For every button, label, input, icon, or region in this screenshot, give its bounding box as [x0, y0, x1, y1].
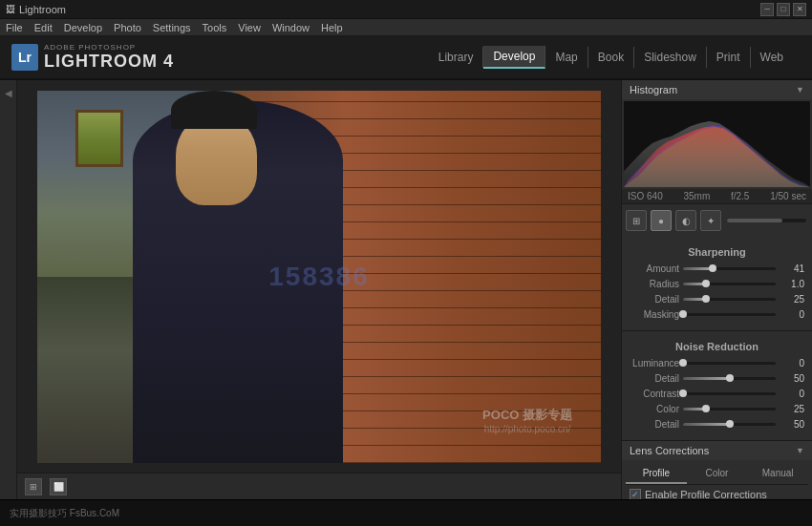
slider-value-color: 25: [780, 404, 804, 414]
slider-label-luminance: Luminance: [630, 358, 679, 368]
slider-track-contrast[interactable]: [683, 392, 776, 395]
right-panel: Histogram ▼: [621, 80, 812, 499]
grid-view-button[interactable]: ⊞: [25, 478, 42, 495]
maximize-button[interactable]: □: [777, 3, 790, 16]
lr-title-block: ADOBE PHOTOSHOP LIGHTROOM 4: [44, 43, 174, 72]
slider-row-amount: Amount 41: [630, 263, 804, 274]
tool-divider: [727, 219, 806, 222]
slider-row-luminance: Luminance 0: [630, 358, 804, 368]
slider-label-detail-sharp: Detail: [630, 294, 679, 305]
slider-track-lum-detail[interactable]: [683, 377, 776, 380]
focal-value: 35mm: [683, 191, 710, 201]
aperture-value: f/2.5: [731, 191, 749, 201]
slider-value-detail-sharp: 25: [780, 294, 804, 305]
lens-corrections-section: Lens Corrections ▼ Profile Color Manual …: [622, 441, 812, 499]
adobe-label: ADOBE PHOTOSHOP: [44, 43, 174, 52]
menu-file[interactable]: File: [6, 22, 23, 33]
bottom-strip-text: 实用摄影技巧 FsBus.CoM: [10, 507, 119, 520]
photo-area: 158386 POCO 摄影专题 http://photo.poco.cn/ ⊞…: [17, 80, 621, 499]
window-title: Lightroom: [19, 4, 66, 15]
lens-corrections-title: Lens Corrections: [630, 445, 709, 456]
slider-row-radius: Radius 1.0: [630, 279, 804, 289]
menu-window[interactable]: Window: [272, 22, 310, 33]
slider-row-color-detail: Detail 50: [630, 419, 804, 430]
slider-value-contrast: 0: [780, 389, 804, 399]
bottom-strip: 实用摄影技巧 FsBus.CoM: [0, 499, 812, 526]
slider-value-lum-detail: 50: [780, 373, 804, 384]
slider-label-masking: Masking: [630, 309, 679, 320]
main-area: ◀: [0, 80, 812, 499]
slider-track-masking[interactable]: [683, 313, 776, 316]
slider-track-radius[interactable]: [683, 283, 776, 285]
histogram-display: [624, 101, 810, 187]
menu-help[interactable]: Help: [321, 22, 343, 33]
menu-edit[interactable]: Edit: [34, 22, 53, 33]
histogram-title: Histogram: [630, 84, 677, 95]
menu-bar: File Edit Develop Photo Settings Tools V…: [0, 19, 812, 36]
nav-tabs: Library Develop Map Book Slideshow Print…: [174, 46, 801, 69]
slider-value-radius: 1.0: [780, 279, 804, 289]
slider-track-color-detail[interactable]: [683, 423, 776, 426]
histogram-info: ISO 640 35mm f/2.5 1/50 sec: [622, 189, 812, 203]
slider-row-color: Color 25: [630, 404, 804, 414]
lens-tab-manual[interactable]: Manual: [747, 464, 808, 484]
window-controls: ─ □ ✕: [760, 3, 806, 16]
left-collapse-arrow[interactable]: ◀: [5, 88, 12, 98]
enable-profile-label: Enable Profile Corrections: [645, 489, 767, 499]
slider-row-contrast: Contrast 0: [630, 389, 804, 399]
slider-value-amount: 41: [780, 263, 804, 274]
close-button[interactable]: ✕: [793, 3, 806, 16]
lens-corrections-arrow: ▼: [796, 446, 804, 455]
enable-profile-option: ✓ Enable Profile Corrections: [622, 485, 812, 499]
tool-heal-icon[interactable]: ✦: [700, 210, 721, 231]
menu-settings[interactable]: Settings: [153, 22, 191, 33]
iso-value: ISO 640: [628, 191, 663, 201]
slider-label-color-detail: Detail: [630, 419, 679, 430]
sharpening-sliders: Sharpening Amount 41 Radius 1.0: [622, 237, 812, 330]
enable-profile-checkbox[interactable]: ✓: [630, 489, 641, 499]
lr-badge: Lr: [11, 44, 38, 71]
menu-develop[interactable]: Develop: [64, 22, 102, 33]
tab-slideshow[interactable]: Slideshow: [634, 47, 707, 68]
tab-web[interactable]: Web: [751, 47, 793, 68]
app-name: LIGHTROOM 4: [44, 52, 174, 72]
histogram-header[interactable]: Histogram ▼: [622, 80, 812, 99]
tab-print[interactable]: Print: [707, 47, 751, 68]
menu-view[interactable]: View: [238, 22, 261, 33]
minimize-button[interactable]: ─: [760, 3, 774, 16]
menu-tools[interactable]: Tools: [203, 22, 227, 33]
tab-book[interactable]: Book: [588, 47, 634, 68]
slider-value-color-detail: 50: [780, 419, 804, 430]
slider-label-color: Color: [630, 404, 679, 414]
slider-value-masking: 0: [780, 309, 804, 320]
noise-title: Noise Reduction: [630, 337, 804, 358]
tab-map[interactable]: Map: [545, 47, 588, 68]
tool-grid-icon[interactable]: ⊞: [626, 210, 647, 231]
sharpening-title: Sharpening: [630, 242, 804, 263]
shutter-value: 1/50 sec: [770, 191, 806, 201]
slider-track-color[interactable]: [683, 408, 776, 410]
lens-tab-profile[interactable]: Profile: [626, 464, 687, 484]
slider-track-amount[interactable]: [683, 267, 776, 270]
tab-library[interactable]: Library: [429, 47, 484, 68]
histogram-arrow: ▼: [796, 85, 804, 95]
slider-value-luminance: 0: [780, 358, 804, 368]
loupe-view-button[interactable]: ⬜: [50, 478, 67, 495]
slider-label-radius: Radius: [630, 279, 679, 289]
tool-circle-icon[interactable]: ●: [651, 210, 672, 231]
logo-area: Lr ADOBE PHOTOSHOP LIGHTROOM 4: [11, 43, 174, 72]
lens-tab-color[interactable]: Color: [687, 464, 748, 484]
noise-sliders: Noise Reduction Luminance 0 Detail: [622, 331, 812, 440]
slider-track-detail-sharp[interactable]: [683, 298, 776, 301]
tool-icons-row: ⊞ ● ◐ ✦: [622, 204, 812, 237]
tab-develop[interactable]: Develop: [483, 46, 545, 69]
sharpening-section: Sharpening Amount 41 Radius 1.0: [622, 237, 812, 331]
lens-section-body: Profile Color Manual ✓ Enable Profile Co…: [622, 460, 812, 499]
noise-reduction-section: Noise Reduction Luminance 0 Detail: [622, 331, 812, 441]
app-icon: 🖼: [6, 4, 15, 14]
slider-track-luminance[interactable]: [683, 362, 776, 365]
menu-photo[interactable]: Photo: [114, 22, 141, 33]
tool-crop-icon[interactable]: ◐: [675, 210, 696, 231]
lens-corrections-header[interactable]: Lens Corrections ▼: [622, 441, 812, 460]
histogram-section: Histogram ▼: [622, 80, 812, 204]
